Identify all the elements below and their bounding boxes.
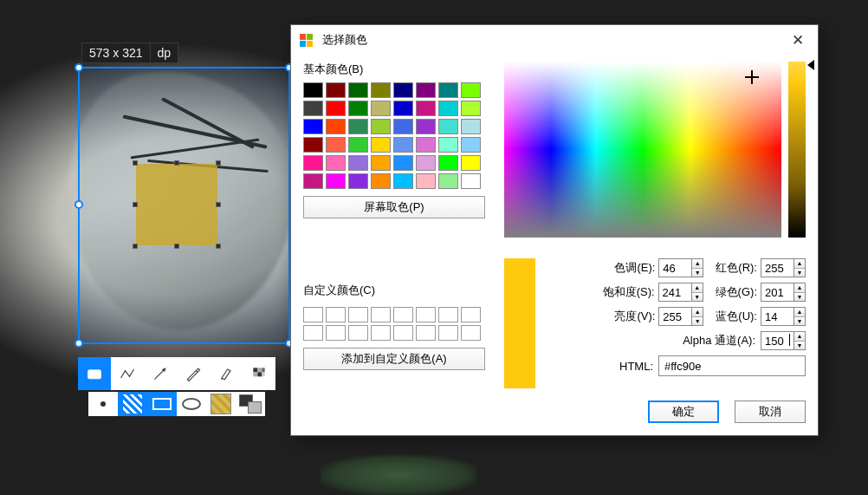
fill-pattern-button[interactable] — [118, 392, 147, 416]
custom-color-slot[interactable] — [326, 325, 346, 341]
hue-input[interactable] — [658, 258, 691, 277]
basic-color-swatch[interactable] — [461, 119, 481, 134]
basic-color-swatch[interactable] — [393, 82, 413, 98]
basic-color-swatch[interactable] — [348, 137, 368, 153]
shape-handle[interactable] — [216, 160, 221, 166]
cancel-button[interactable]: 取消 — [735, 401, 806, 423]
basic-color-swatch[interactable] — [303, 155, 323, 171]
basic-color-swatch[interactable] — [461, 155, 481, 171]
brush-size-button[interactable] — [88, 392, 118, 416]
red-spinner[interactable]: ▲▼ — [761, 258, 806, 277]
spin-up-icon[interactable]: ▲ — [692, 283, 703, 292]
arrow-tool-button[interactable] — [144, 357, 177, 390]
custom-color-slot[interactable] — [348, 325, 368, 341]
basic-color-swatch[interactable] — [326, 82, 346, 98]
mosaic-tool-button[interactable] — [243, 357, 275, 390]
basic-color-swatch[interactable] — [371, 82, 391, 98]
screen-pick-button[interactable]: 屏幕取色(P) — [303, 196, 485, 218]
drawn-filled-rectangle[interactable] — [136, 164, 217, 245]
custom-color-slot[interactable] — [438, 307, 458, 322]
custom-color-slot[interactable] — [416, 325, 436, 341]
selection-handle[interactable] — [74, 339, 83, 348]
val-spinner[interactable]: ▲▼ — [658, 307, 703, 326]
green-spinner[interactable]: ▲▼ — [761, 283, 806, 302]
shape-handle[interactable] — [216, 202, 221, 207]
spin-down-icon[interactable]: ▼ — [692, 268, 703, 277]
marker-tool-button[interactable] — [210, 357, 243, 390]
ok-button[interactable]: 确定 — [648, 401, 719, 423]
alpha-spinner[interactable]: ▲▼ — [761, 331, 806, 350]
spin-up-icon[interactable]: ▲ — [794, 259, 805, 268]
basic-color-swatch[interactable] — [393, 155, 413, 171]
spin-down-icon[interactable]: ▼ — [692, 316, 703, 326]
green-input[interactable] — [761, 283, 794, 302]
sat-input[interactable] — [658, 283, 691, 302]
blue-input[interactable] — [761, 307, 794, 326]
basic-color-swatch[interactable] — [438, 137, 458, 153]
sat-spinner[interactable]: ▲▼ — [658, 283, 703, 302]
add-custom-color-button[interactable]: 添加到自定义颜色(A) — [303, 348, 485, 370]
shape-handle[interactable] — [133, 202, 138, 207]
polyline-tool-button[interactable] — [111, 357, 144, 390]
spin-down-icon[interactable]: ▼ — [794, 341, 805, 350]
basic-color-swatch[interactable] — [348, 119, 368, 134]
shape-ellipse-button[interactable] — [177, 392, 206, 416]
shape-rectangle-button[interactable] — [147, 392, 177, 416]
spin-down-icon[interactable]: ▼ — [794, 316, 805, 326]
custom-color-slot[interactable] — [371, 325, 391, 341]
basic-color-swatch[interactable] — [393, 173, 413, 189]
basic-color-swatch[interactable] — [371, 155, 391, 171]
spin-up-icon[interactable]: ▲ — [794, 283, 805, 292]
custom-color-slot[interactable] — [326, 307, 346, 322]
basic-color-swatch[interactable] — [416, 137, 436, 153]
spin-up-icon[interactable]: ▲ — [794, 308, 805, 316]
shape-handle[interactable] — [174, 244, 179, 249]
basic-color-swatch[interactable] — [371, 101, 391, 116]
basic-color-swatch[interactable] — [326, 155, 346, 171]
html-hex-input[interactable] — [658, 355, 806, 376]
custom-color-slot[interactable] — [393, 307, 413, 322]
basic-color-swatch[interactable] — [371, 173, 391, 189]
custom-color-slot[interactable] — [371, 307, 391, 322]
custom-color-slot[interactable] — [416, 307, 436, 322]
value-slider-thumb-icon[interactable] — [807, 60, 814, 70]
basic-color-swatch[interactable] — [461, 137, 481, 153]
basic-color-swatch[interactable] — [326, 101, 346, 116]
val-input[interactable] — [658, 307, 691, 326]
basic-color-swatch[interactable] — [371, 137, 391, 153]
dialog-titlebar[interactable]: 选择颜色 ✕ — [291, 25, 818, 55]
blue-spinner[interactable]: ▲▼ — [761, 307, 806, 326]
spin-up-icon[interactable]: ▲ — [692, 259, 703, 268]
spin-down-icon[interactable]: ▼ — [794, 292, 805, 302]
basic-color-swatch[interactable] — [438, 155, 458, 171]
pencil-tool-button[interactable] — [177, 357, 210, 390]
basic-color-swatch[interactable] — [348, 101, 368, 116]
selection-rect[interactable] — [78, 67, 290, 344]
basic-color-swatch[interactable] — [303, 101, 323, 116]
fill-color-swatch[interactable] — [206, 392, 236, 416]
basic-color-swatch[interactable] — [348, 173, 368, 189]
basic-color-swatch[interactable] — [348, 155, 368, 171]
custom-color-slot[interactable] — [303, 307, 323, 322]
spin-up-icon[interactable]: ▲ — [692, 308, 703, 316]
custom-color-slot[interactable] — [393, 325, 413, 341]
basic-color-swatch[interactable] — [438, 82, 458, 98]
color-gradient-field[interactable] — [504, 62, 781, 238]
shape-handle[interactable] — [216, 244, 221, 249]
custom-color-slot[interactable] — [461, 307, 481, 322]
basic-color-swatch[interactable] — [393, 137, 413, 153]
close-button[interactable]: ✕ — [783, 30, 813, 49]
spin-up-icon[interactable]: ▲ — [794, 332, 805, 341]
basic-color-swatch[interactable] — [326, 173, 346, 189]
basic-color-swatch[interactable] — [461, 173, 481, 189]
custom-color-slot[interactable] — [303, 325, 323, 341]
basic-color-swatch[interactable] — [326, 119, 346, 134]
basic-color-swatch[interactable] — [371, 119, 391, 134]
basic-color-swatch[interactable] — [393, 101, 413, 116]
selection-handle[interactable] — [74, 63, 83, 72]
shape-handle[interactable] — [133, 244, 138, 249]
value-slider[interactable] — [788, 62, 806, 238]
custom-color-slot[interactable] — [461, 325, 481, 341]
fg-bg-swap[interactable] — [236, 392, 265, 416]
spin-down-icon[interactable]: ▼ — [692, 292, 703, 302]
